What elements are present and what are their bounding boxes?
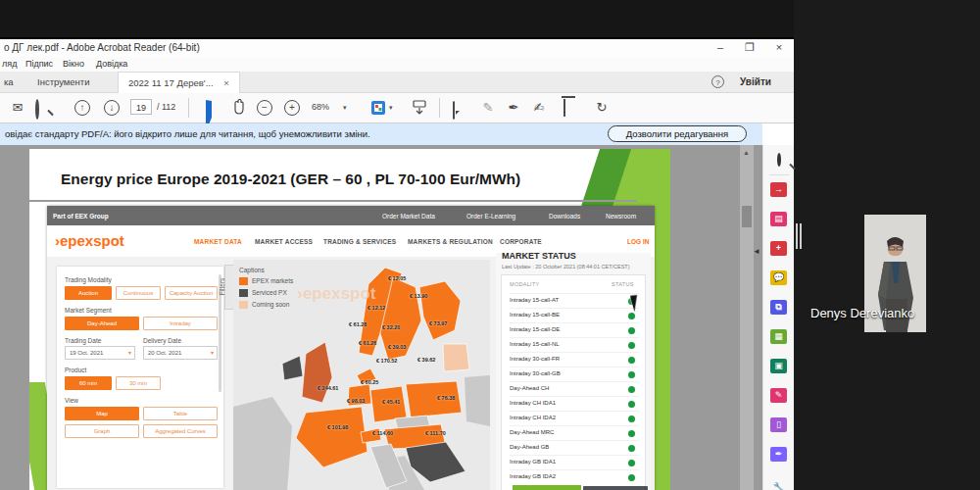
organize-pages-icon[interactable]: ▦ [770, 329, 787, 344]
delete-tool-icon[interactable] [564, 99, 565, 117]
day-ahead-button[interactable]: Day-Ahead [65, 317, 139, 330]
enable-editing-button[interactable]: Дозволити редагування [608, 125, 747, 142]
certificates-icon[interactable]: ✒ [770, 447, 787, 462]
panel-resize-handle[interactable] [796, 223, 804, 249]
product-60min-button[interactable]: 60 min [65, 376, 112, 390]
capacity-auction-button[interactable]: Capacity Auction [165, 286, 218, 300]
zoom-out-icon[interactable]: − [257, 100, 272, 116]
scroll-up-icon[interactable]: ▲ [743, 149, 750, 156]
price-label: € 12.05 [388, 275, 406, 281]
select-tool-icon[interactable] [206, 101, 217, 119]
status-ok-dot [628, 401, 635, 408]
comment-tool-icon[interactable] [453, 102, 455, 120]
title-bar[interactable]: о ДГ лек.pdf - Adobe Acrobat Reader (64-… [0, 39, 794, 57]
sign-in-button[interactable]: Увійти [740, 76, 771, 87]
order-market-data-link[interactable]: Order Market Data [382, 213, 435, 220]
nav-market-access[interactable]: MARKET ACCESS [255, 238, 313, 245]
fill-sign-tool-icon[interactable]: ✒ [504, 99, 523, 117]
help-icon[interactable]: ? [711, 75, 724, 88]
zoom-in-icon[interactable]: + [284, 100, 300, 116]
pdf-scrollbar[interactable] [740, 145, 754, 490]
intraday-button[interactable]: Intraday [143, 317, 218, 330]
order-elearning-link[interactable]: Order E-Learning [466, 213, 515, 220]
trading-date-select[interactable]: 19 Oct. 2021 ▾ [65, 346, 135, 360]
scrollbar-thumb[interactable] [742, 206, 752, 227]
next-page-icon[interactable]: ↓ [104, 100, 120, 116]
downloads-link[interactable]: Downloads [549, 213, 580, 220]
view-map-button[interactable]: Map [65, 407, 139, 420]
fill-sign-icon[interactable]: ✎ [770, 388, 787, 403]
tab-close-icon[interactable]: × [223, 77, 229, 88]
nav-markets-regulation[interactable]: MARKETS & REGULATION [408, 238, 493, 245]
menu-window[interactable]: Вікно [63, 59, 84, 69]
comment-icon[interactable]: 💬 [770, 270, 787, 285]
column-status: STATUS [612, 281, 634, 287]
conference-background: Denys Derevianko [794, 0, 980, 490]
scroll-mode-icon[interactable] [412, 100, 427, 120]
status-ok-dot [628, 416, 635, 422]
delivery-date-select[interactable]: 20 Oct. 2021 ▾ [143, 346, 218, 360]
collapse-panel-icon[interactable]: ◄ [753, 247, 760, 256]
edit-pdf-icon[interactable]: ▤ [770, 212, 787, 226]
login-link[interactable]: LOG IN [627, 238, 649, 245]
tab-home-partial[interactable]: ка [0, 72, 24, 93]
tab-document[interactable]: 2022 11 17 Дерев'... × [118, 72, 240, 93]
toolbar-divider [188, 98, 189, 118]
menu-help[interactable]: Довідка [96, 59, 127, 69]
prepare-form-icon[interactable]: ▯ [770, 417, 787, 432]
search-icon[interactable] [770, 153, 787, 168]
trading-date-value: 19 Oct. 2021 [70, 350, 103, 356]
window-title: о ДГ лек.pdf - Adobe Acrobat Reader (64-… [4, 42, 200, 53]
legend-swatch-serviced-px [239, 289, 248, 297]
more-tools-icon[interactable]: 🔧 [770, 480, 787, 490]
newsroom-link[interactable]: Newsroom [606, 213, 636, 220]
page-display-icon[interactable] [370, 100, 386, 120]
status-ok-dot [628, 460, 635, 466]
combine-files-icon[interactable]: ⧉ [770, 300, 787, 315]
legend-label: Coming soon [252, 301, 289, 308]
minimize-button[interactable]: – [708, 40, 733, 55]
view-aggregated-curves-button[interactable]: Aggregated Curves [143, 424, 218, 438]
previous-page-icon[interactable]: ↑ [74, 100, 90, 116]
create-pdf-icon[interactable]: + [770, 241, 787, 256]
zoom-caret-icon[interactable]: ▾ [343, 104, 347, 112]
export-pdf-icon[interactable]: → [770, 182, 787, 197]
stamp-tool-icon[interactable]: ✍ [529, 99, 549, 117]
auction-button[interactable]: Auction [65, 286, 112, 300]
nav-market-data[interactable]: MARKET DATA [194, 238, 242, 245]
nav-trading-services[interactable]: TRADING & SERVICES [323, 238, 396, 245]
status-row: Intraday 15-call-AT [510, 293, 639, 306]
email-icon[interactable]: ✉ [8, 99, 27, 117]
pdf-viewport[interactable]: Energy price Europe 2019-2021 (GER – 60 … [0, 145, 762, 490]
menu-view-partial[interactable]: ляд [2, 59, 17, 69]
close-button[interactable]: × [766, 40, 792, 55]
epexspot-logo[interactable]: ›epexspot [55, 232, 124, 249]
view-table-button[interactable]: Table [143, 407, 218, 420]
page-display-caret-icon[interactable]: ▾ [389, 104, 393, 112]
hand-tool-icon[interactable] [229, 99, 249, 117]
menu-sign[interactable]: Підпис [25, 59, 53, 69]
refresh-icon[interactable]: ↻ [592, 99, 612, 117]
delivery-date-label: Delivery Date [143, 337, 181, 344]
status-ok-dot [628, 342, 635, 349]
status-row: Intraday CH IDA1 [510, 396, 639, 409]
search-icon[interactable] [35, 101, 39, 119]
highlight-tool-icon[interactable]: ✎ [478, 99, 498, 117]
status-ok-dot [628, 371, 635, 378]
tab-tools[interactable]: Інструменти [27, 72, 100, 93]
maximize-button[interactable]: ❐ [737, 40, 762, 55]
page-number-input[interactable]: 19 [130, 99, 152, 115]
status-row: Day-Ahead GB [510, 440, 639, 453]
legend-item: Coming soon [239, 301, 293, 309]
conference-screen: Denys Derevianko о ДГ лек.pdf - Adobe Ac… [0, 0, 980, 490]
scan-ocr-icon[interactable]: ▣ [770, 359, 787, 373]
nav-corporate[interactable]: CORPORATE [500, 238, 542, 245]
tools-sidebar: → ▤ + 💬 ⧉ ▦ ▣ ✎ ▯ ✒ 🔧 ⌄ [762, 145, 794, 490]
product-30min-button[interactable]: 30 min [116, 376, 161, 390]
market-segment-label: Market Segment [65, 307, 112, 314]
continuous-button[interactable]: Continuous [116, 286, 161, 300]
zoom-level-value[interactable]: 68% [312, 102, 329, 112]
view-graph-button[interactable]: Graph [65, 424, 139, 438]
status-ok-dot [628, 327, 635, 334]
market-status-panel: MARKET STATUS Last Update : 20 October 2… [496, 253, 651, 490]
